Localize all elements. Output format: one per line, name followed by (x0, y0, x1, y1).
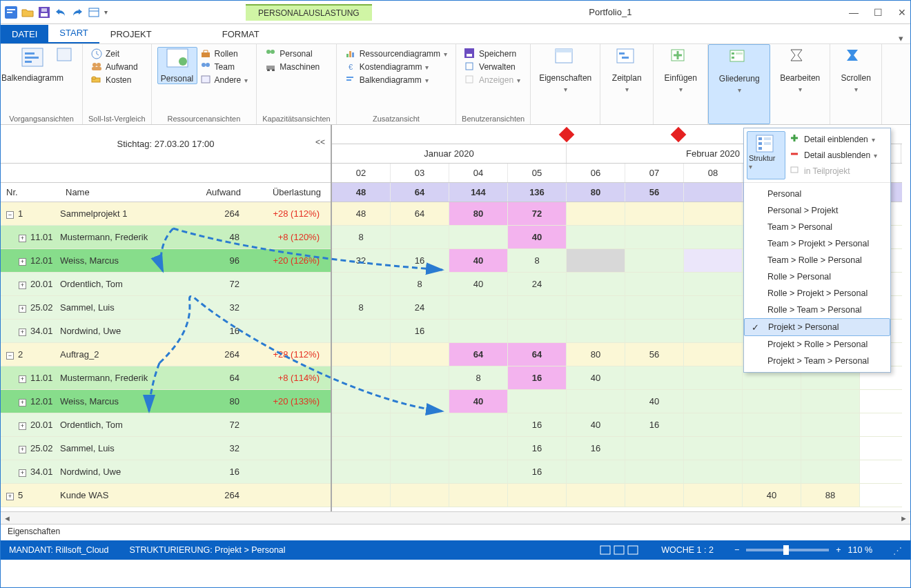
col-aufwand[interactable]: Aufwand (191, 183, 246, 202)
expand-toggle[interactable]: + (19, 329, 26, 336)
table-row[interactable]: +20.01Ordentlich, Tom72 (1, 413, 331, 437)
timeline-cell: 8 (508, 249, 567, 272)
timeline-cell (625, 320, 684, 342)
qat-more[interactable]: ▾ (104, 8, 108, 16)
popup-struktur[interactable]: Struktur (747, 131, 785, 179)
properties-panel-header[interactable]: Eigenschaften (1, 524, 910, 540)
table-row[interactable]: +34.01Nordwind, Uwe16 (1, 320, 331, 343)
svg-rect-61 (791, 167, 798, 173)
struktur-option[interactable]: Projekt > Rolle > Personal (744, 336, 890, 353)
collapse-left-pane[interactable]: << (315, 137, 325, 147)
context-tab-personalauslastung[interactable]: PERSONALAUSLASTUNG (246, 4, 372, 21)
horizontal-scrollbar[interactable]: ◄► (1, 511, 910, 524)
svg-rect-42 (617, 49, 634, 63)
struktur-option[interactable]: Personal (744, 186, 890, 202)
zoom-out[interactable]: − (734, 545, 739, 555)
table-row[interactable]: +11.01Mustermann, Frederik48+8 (120%) (1, 226, 331, 249)
table-row[interactable]: +34.01Nordwind, Uwe16 (1, 460, 331, 484)
expand-toggle[interactable]: + (19, 305, 26, 313)
btn-rollen[interactable]: Rollen (200, 48, 248, 59)
btn-kap-personal[interactable]: Personal (265, 48, 327, 59)
btn-kostendiagramm[interactable]: €Kostendiagramm (345, 61, 447, 72)
expand-toggle[interactable]: + (19, 258, 26, 266)
btn-balkendiagramm-alt[interactable] (59, 47, 77, 70)
timeline-cell: 80 (449, 202, 508, 225)
struktur-option[interactable]: Team > Personal (744, 219, 890, 235)
expand-toggle[interactable]: + (19, 446, 26, 453)
btn-aufwand[interactable]: Aufwand (91, 61, 143, 72)
expand-toggle[interactable]: − (6, 352, 14, 360)
timeline-cell (391, 343, 449, 366)
tab-projekt[interactable]: PROJEKT (99, 25, 163, 43)
table-row[interactable]: +5Kunde WAS264 (1, 484, 331, 507)
popup-detail-einblenden[interactable]: Detail einblenden (788, 133, 885, 146)
close-button[interactable]: ✕ (898, 7, 906, 18)
btn-balkendiagramm-zusatz[interactable]: Balkendiagramm (345, 75, 447, 86)
expand-toggle[interactable]: + (19, 399, 26, 406)
btn-ressourcendiagramm[interactable]: Ressourcendiagramm (345, 48, 447, 59)
table-row[interactable]: +25.02Sammel, Luis32 (1, 296, 331, 320)
col-name[interactable]: Name (60, 183, 191, 202)
expand-toggle[interactable]: + (6, 493, 14, 500)
btn-scrollen[interactable]: Scrollen (836, 47, 876, 93)
btn-einfugen[interactable]: Einfügen (659, 47, 702, 93)
zoom-slider[interactable] (746, 549, 829, 551)
btn-kap-maschinen[interactable]: Maschinen (265, 61, 327, 72)
tab-start[interactable]: START (48, 23, 99, 43)
struktur-option[interactable]: Rolle > Projekt > Personal (744, 285, 890, 302)
expand-toggle[interactable]: + (19, 375, 26, 383)
table-row[interactable]: +12.01Weiss, Marcus80+20 (133%) (1, 390, 331, 413)
expand-toggle[interactable]: + (19, 422, 26, 430)
btn-zeitplan[interactable]: Zeitplan (606, 47, 647, 93)
stichtag-label: Stichtag: 27.03.20 17:00 (117, 139, 215, 149)
svg-rect-56 (764, 137, 771, 140)
save-icon[interactable] (38, 6, 50, 19)
struktur-option[interactable]: Rolle > Personal (744, 268, 890, 285)
ribbon-collapse-icon[interactable]: ▾ (892, 33, 910, 43)
zoom-in[interactable]: + (836, 545, 841, 555)
struktur-option[interactable]: Personal > Projekt (744, 202, 890, 219)
btn-balkendiagramm[interactable]: Balkendiagramm (6, 47, 59, 83)
struktur-option[interactable]: Projekt > Team > Personal (744, 353, 890, 369)
status-woche[interactable]: WOCHE 1 : 2 (661, 545, 714, 555)
table-row[interactable]: −1Sammelprojekt 1264+28 (112%) (1, 202, 331, 226)
btn-personal-view[interactable]: Personal (157, 47, 197, 84)
status-resize-grip[interactable]: ⋰ (893, 545, 902, 556)
col-uberlastung[interactable]: Überlastung (246, 183, 326, 202)
expand-toggle[interactable]: + (19, 282, 26, 289)
redo-icon[interactable] (71, 6, 84, 19)
table-row[interactable]: +11.01Mustermann, Frederik64+8 (114%) (1, 366, 331, 390)
btn-bearbeiten[interactable]: Bearbeiten (776, 47, 824, 93)
col-nr[interactable]: Nr. (1, 183, 60, 202)
struktur-option[interactable]: Team > Rolle > Personal (744, 252, 890, 268)
maximize-button[interactable]: ☐ (874, 7, 883, 18)
btn-verwalten[interactable]: Verwalten (464, 61, 522, 72)
sum-cell: 80 (567, 183, 625, 202)
tab-format[interactable]: FORMAT (211, 25, 271, 43)
table-row[interactable]: +25.02Sammel, Luis32 (1, 437, 331, 460)
btn-team[interactable]: Team (200, 61, 248, 72)
struktur-option[interactable]: Rolle > Team > Personal (744, 302, 890, 318)
open-icon[interactable] (21, 6, 34, 19)
popup-detail-ausblenden[interactable]: Detail ausblenden (788, 148, 885, 162)
table-row[interactable]: −2Auftrag_2264+28 (112%) (1, 343, 331, 366)
table-row[interactable]: +20.01Ordentlich, Tom72 (1, 273, 331, 296)
btn-zeit[interactable]: Zeit (91, 48, 143, 59)
svg-rect-21 (202, 52, 210, 57)
btn-andere[interactable]: Andere (200, 75, 248, 86)
btn-speichern[interactable]: Speichern (464, 48, 522, 59)
expand-toggle[interactable]: + (19, 235, 26, 242)
table-row[interactable]: +12.01Weiss, Marcus96+20 (126%) (1, 249, 331, 273)
struktur-option[interactable]: ✓Projekt > Personal (744, 318, 890, 336)
struktur-option[interactable]: Team > Projekt > Personal (744, 235, 890, 252)
tab-datei[interactable]: DATEI (1, 25, 48, 43)
btn-gliederung[interactable]: Gliederung (714, 48, 764, 94)
btn-kosten[interactable]: Kosten (91, 75, 143, 86)
window-layout-icon[interactable] (88, 6, 100, 19)
btn-eigenschaften[interactable]: Eigenschaften (536, 47, 594, 93)
minimize-button[interactable]: — (849, 7, 859, 18)
expand-toggle[interactable]: − (6, 211, 14, 219)
expand-toggle[interactable]: + (19, 469, 26, 477)
status-view-icons[interactable] (599, 545, 640, 556)
undo-icon[interactable] (55, 6, 67, 19)
